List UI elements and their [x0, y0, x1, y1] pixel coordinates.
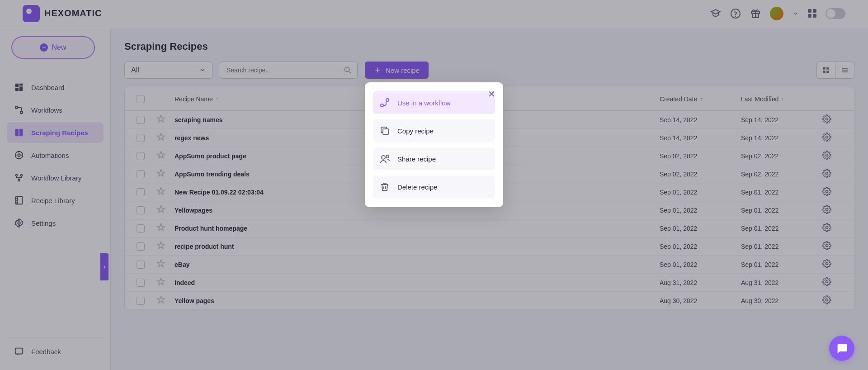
- chat-icon: [835, 342, 848, 355]
- modal-delete-recipe[interactable]: Delete recipe: [373, 176, 495, 198]
- svg-point-36: [381, 104, 383, 107]
- svg-point-40: [386, 155, 389, 158]
- recipe-actions-modal: ✕ Use in a workflow Copy recipe Share re…: [365, 82, 503, 207]
- delete-icon: [379, 181, 390, 192]
- svg-point-39: [382, 156, 385, 159]
- modal-item-label: Copy recipe: [397, 127, 434, 135]
- modal-item-label: Share recipe: [397, 155, 436, 163]
- modal-item-label: Use in a workflow: [397, 99, 451, 107]
- modal-share-recipe[interactable]: Share recipe: [373, 147, 495, 170]
- copy-icon: [379, 125, 390, 136]
- modal-use-in-workflow[interactable]: Use in a workflow: [373, 91, 495, 114]
- chat-widget[interactable]: [829, 336, 854, 361]
- svg-rect-38: [383, 129, 388, 134]
- modal-copy-recipe[interactable]: Copy recipe: [373, 119, 495, 142]
- modal-close-button[interactable]: ✕: [488, 90, 495, 97]
- share-icon: [379, 153, 390, 164]
- svg-point-37: [386, 99, 389, 101]
- workflow-icon: [379, 97, 390, 108]
- modal-item-label: Delete recipe: [397, 183, 437, 191]
